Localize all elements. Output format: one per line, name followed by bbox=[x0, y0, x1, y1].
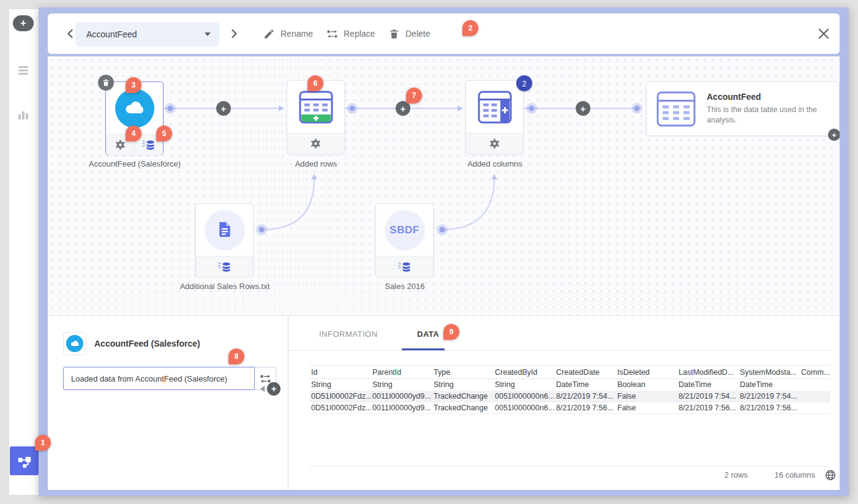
tab-data[interactable]: DATA bbox=[417, 329, 439, 339]
add-button[interactable]: + bbox=[13, 15, 34, 31]
column-header: IsDeleted bbox=[616, 366, 677, 379]
insert-transformation-button[interactable]: + bbox=[216, 101, 231, 116]
tabs-divider bbox=[288, 350, 830, 351]
add-transformation-button[interactable]: + bbox=[267, 382, 280, 396]
added-columns-count-badge: 2 bbox=[516, 75, 532, 91]
close-dialog-button[interactable] bbox=[815, 25, 832, 42]
column-type: DateTime bbox=[739, 379, 800, 391]
annotation-pin-2: 2 bbox=[462, 20, 478, 36]
annotation-pin-9: 9 bbox=[443, 324, 459, 340]
column-header: Comm... bbox=[800, 366, 830, 379]
close-icon bbox=[815, 25, 832, 42]
node-label: Additional Sales Rows.txt bbox=[157, 282, 292, 291]
trash-icon bbox=[102, 78, 110, 87]
cell: 8/21/2019 7:54... bbox=[555, 391, 616, 402]
cell bbox=[800, 391, 830, 402]
annotation-pin-7: 7 bbox=[406, 88, 422, 103]
add-output-button[interactable]: + bbox=[828, 129, 840, 141]
replace-button[interactable]: Replace bbox=[326, 24, 375, 43]
node-added-rows[interactable] bbox=[287, 80, 345, 154]
detail-title: AccountFeed (Salesforce) bbox=[94, 339, 200, 348]
cell: 0051I000000n6... bbox=[494, 391, 555, 402]
cell: 8/21/2019 7:54... bbox=[677, 391, 739, 402]
cloud-icon bbox=[66, 335, 83, 352]
annotation-pin-5: 5 bbox=[156, 126, 172, 141]
data-table-icon[interactable] bbox=[16, 63, 31, 78]
column-type: String bbox=[371, 379, 432, 391]
cell: TrackedChange bbox=[432, 402, 494, 414]
rename-button[interactable]: Rename bbox=[263, 24, 313, 43]
globe-icon[interactable] bbox=[824, 469, 837, 481]
data-preview-panel: INFORMATION DATA 9 IdParentIdTypeCreated… bbox=[288, 316, 840, 491]
cell: False bbox=[616, 391, 677, 402]
node-graph-canvas[interactable]: AccountFeed (Salesforce) 3 4 5 bbox=[48, 56, 840, 315]
dialog-toolbar: AccountFeed Rename Replace Delete 2 bbox=[48, 13, 840, 54]
node-refresh-data-button[interactable] bbox=[196, 257, 253, 277]
selected-table-label: AccountFeed bbox=[86, 29, 137, 39]
column-type: String bbox=[494, 379, 555, 391]
column-type: DateTime bbox=[677, 379, 739, 391]
column-type bbox=[800, 379, 830, 391]
annotation-pin-4: 4 bbox=[126, 126, 141, 141]
cell: 0051I000000n6... bbox=[494, 402, 555, 414]
sbdf-badge: SBDF bbox=[389, 224, 419, 236]
annotation-pin-1: 1 bbox=[35, 435, 51, 451]
cell: 0D51I00002Fdz... bbox=[310, 391, 371, 402]
data-canvas-flow-icon bbox=[17, 453, 32, 469]
node-label: Added columns bbox=[427, 159, 562, 168]
delete-button[interactable]: Delete bbox=[388, 24, 430, 43]
node-additional-sales-rows[interactable] bbox=[195, 203, 254, 277]
node-added-columns[interactable] bbox=[465, 80, 524, 154]
cell: 0011I00000yd9... bbox=[371, 391, 432, 402]
table-selector-dropdown[interactable]: AccountFeed bbox=[75, 22, 219, 47]
gear-icon bbox=[115, 139, 126, 151]
node-settings-button[interactable] bbox=[466, 134, 523, 154]
chevron-down-icon bbox=[205, 32, 211, 36]
application-root: + 1 AccountFeed Rename Replace bbox=[0, 0, 858, 504]
column-header: ParentId bbox=[371, 366, 432, 379]
delete-node-button[interactable] bbox=[98, 75, 114, 91]
document-icon bbox=[215, 219, 235, 241]
data-table-viewport[interactable]: IdParentIdTypeCreatedByIdCreatedDateIsDe… bbox=[310, 365, 830, 438]
data-canvas-button[interactable] bbox=[10, 446, 39, 475]
gear-icon bbox=[489, 138, 500, 149]
data-preview-table: IdParentIdTypeCreatedByIdCreatedDateIsDe… bbox=[310, 365, 830, 414]
operation-input[interactable] bbox=[63, 367, 255, 390]
delete-label: Delete bbox=[405, 29, 430, 39]
database-refresh-icon bbox=[141, 138, 156, 152]
database-refresh-icon bbox=[217, 260, 232, 274]
add-columns-icon bbox=[478, 91, 512, 124]
cell: 8/21/2019 7:56... bbox=[677, 402, 739, 414]
cell: False bbox=[616, 402, 677, 414]
node-label: Sales 2016 bbox=[337, 282, 472, 291]
column-header: Id bbox=[310, 366, 371, 379]
annotation-pin-6: 6 bbox=[307, 75, 323, 91]
cell: TrackedChange bbox=[432, 391, 494, 402]
column-type: String bbox=[310, 379, 371, 391]
final-table-title: AccountFeed bbox=[707, 92, 823, 102]
visualization-types-icon[interactable] bbox=[16, 107, 31, 122]
cell: 8/21/2019 7:54... bbox=[739, 391, 800, 402]
authoring-sidebar: + bbox=[9, 9, 39, 495]
collapse-arrow-icon bbox=[260, 386, 265, 392]
data-table-icon bbox=[657, 91, 696, 127]
column-type: Boolean bbox=[616, 379, 677, 391]
tab-information[interactable]: INFORMATION bbox=[319, 329, 378, 339]
node-final-table[interactable]: AccountFeed This is the data table used … bbox=[646, 81, 840, 136]
cloud-icon bbox=[115, 89, 154, 128]
node-settings-button[interactable] bbox=[287, 134, 344, 154]
swap-icon bbox=[326, 28, 338, 40]
insert-transformation-button[interactable]: + bbox=[576, 101, 590, 116]
rename-label: Rename bbox=[280, 29, 313, 39]
gear-icon bbox=[310, 138, 322, 149]
cell: 8/21/2019 7:56... bbox=[739, 402, 800, 414]
column-header: Type bbox=[432, 366, 494, 379]
column-type: String bbox=[432, 379, 494, 391]
column-count: 16 columns bbox=[760, 470, 815, 480]
node-sales-2016[interactable]: SBDF bbox=[375, 203, 434, 277]
node-refresh-data-button[interactable] bbox=[376, 257, 433, 277]
detail-section: AccountFeed (Salesforce) 8 + INFORMATION… bbox=[48, 315, 840, 490]
next-table-button[interactable] bbox=[227, 26, 241, 41]
annotation-pin-3: 3 bbox=[126, 77, 141, 93]
dialog-body: AccountFeed (Salesforce) 3 4 5 bbox=[48, 56, 840, 490]
